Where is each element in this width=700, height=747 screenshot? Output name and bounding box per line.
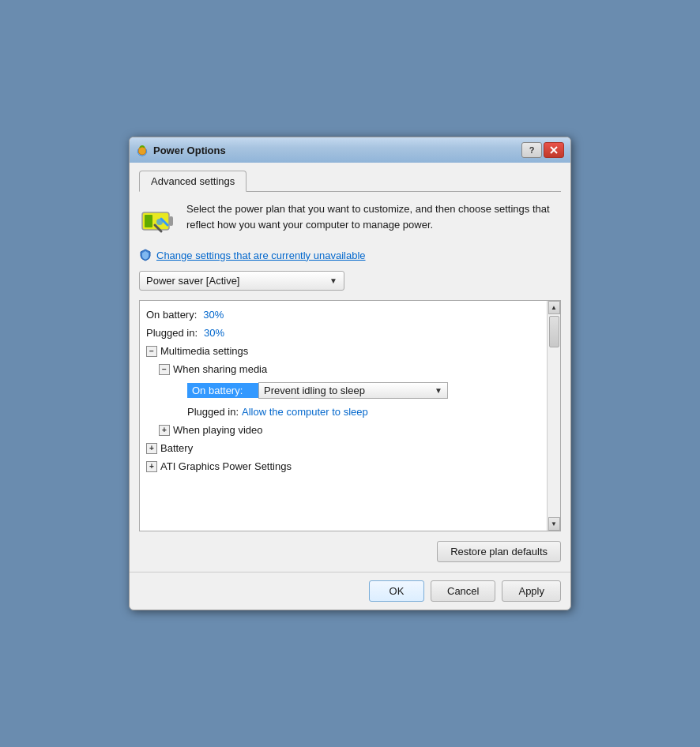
tab-advanced-settings[interactable]: Advanced settings — [139, 171, 247, 192]
power-icon-large — [139, 201, 177, 239]
tree-item-when-playing: + When playing video — [140, 421, 547, 439]
on-battery-label: On battery: — [146, 309, 197, 321]
ati-label: ATI Graphics Power Settings — [160, 460, 292, 472]
on-battery-dropdown-label: On battery: — [187, 383, 258, 398]
plugged-in-sub-value: Allow the computer to sleep — [242, 406, 368, 418]
ati-expander[interactable]: + — [146, 461, 157, 472]
plan-dropdown[interactable]: Power saver [Active] ▼ — [139, 271, 344, 291]
when-sharing-expander[interactable]: − — [159, 364, 170, 375]
tab-content: Select the power plan that you want to c… — [139, 201, 561, 562]
scrollbar-up-button[interactable]: ▲ — [548, 301, 560, 314]
title-bar-left: Power Options — [136, 144, 226, 156]
title-bar-buttons: ? — [521, 142, 564, 158]
svg-rect-5 — [145, 215, 152, 227]
dialog-body: Advanced settings Select the power — [130, 163, 570, 572]
apply-button[interactable]: Apply — [502, 580, 561, 602]
power-options-icon — [136, 144, 149, 156]
description-text: Select the power plan that you want to c… — [186, 201, 561, 232]
on-battery-dropdown[interactable]: Prevent idling to sleep ▼ — [258, 382, 448, 399]
settings-tree: On battery: 30% Plugged in: 30% — [140, 301, 547, 531]
description-area: Select the power plan that you want to c… — [139, 201, 561, 239]
tree-item-when-sharing: − When sharing media — [140, 360, 547, 378]
title-bar: Power Options ? — [130, 137, 570, 163]
help-button[interactable]: ? — [521, 142, 542, 158]
tree-item-ati: + ATI Graphics Power Settings — [140, 457, 547, 475]
tree-row-ati[interactable]: + ATI Graphics Power Settings — [140, 459, 547, 474]
plan-dropdown-text: Power saver [Active] — [146, 275, 240, 287]
restore-row: Restore plan defaults — [139, 541, 561, 562]
tree-item-plugged-in: Plugged in: 30% — [140, 324, 547, 342]
plan-dropdown-row: Power saver [Active] ▼ — [139, 271, 561, 291]
plugged-in-value: 30% — [204, 327, 224, 339]
dropdown-arrow-icon: ▼ — [329, 276, 337, 285]
tree-item-plugged-in-sub: Plugged in: Allow the computer to sleep — [140, 403, 547, 421]
tree-row-when-playing[interactable]: + When playing video — [140, 422, 547, 437]
svg-point-0 — [138, 147, 146, 155]
multimedia-expander[interactable]: − — [146, 346, 157, 357]
when-playing-expander[interactable]: + — [159, 425, 170, 436]
restore-plan-defaults-button[interactable]: Restore plan defaults — [437, 541, 561, 562]
when-sharing-label: When sharing media — [173, 363, 267, 375]
battery-expander[interactable]: + — [146, 443, 157, 454]
plugged-in-sub-row: Plugged in: Allow the computer to sleep — [140, 404, 547, 419]
plugged-in-label: Plugged in: — [146, 327, 198, 339]
tab-bar: Advanced settings — [139, 171, 561, 192]
tree-item-on-battery: On battery: 30% — [140, 306, 547, 324]
on-battery-dropdown-value: Prevent idling to sleep — [264, 385, 365, 396]
on-battery-dropdown-arrow-icon: ▼ — [435, 386, 442, 395]
tree-row-plugged-in: Plugged in: 30% — [140, 325, 547, 340]
settings-tree-wrapper: On battery: 30% Plugged in: 30% — [139, 300, 561, 531]
dialog-window: Power Options ? Advanced settings — [129, 137, 571, 610]
dialog-footer: OK Cancel Apply — [130, 572, 570, 610]
cancel-button[interactable]: Cancel — [431, 580, 495, 602]
plugged-in-sub-label: Plugged in: — [187, 406, 239, 418]
change-settings-link[interactable]: Change settings that are currently unava… — [139, 249, 561, 261]
tree-item-battery: + Battery — [140, 439, 547, 457]
tree-row-on-battery: On battery: 30% — [140, 307, 547, 322]
multimedia-label: Multimedia settings — [160, 345, 248, 357]
svg-point-8 — [156, 219, 163, 225]
battery-label: Battery — [160, 442, 193, 454]
tree-row-battery[interactable]: + Battery — [140, 441, 547, 456]
change-settings-text[interactable]: Change settings that are currently unava… — [156, 250, 366, 261]
window-title: Power Options — [153, 145, 226, 156]
close-button[interactable] — [544, 142, 564, 158]
tree-item-multimedia: − Multimedia settings — [140, 342, 547, 360]
scrollbar-thumb[interactable] — [549, 316, 559, 347]
ok-button[interactable]: OK — [369, 580, 424, 602]
tree-row-multimedia[interactable]: − Multimedia settings — [140, 343, 547, 358]
close-icon — [550, 146, 558, 154]
tree-row-when-sharing[interactable]: − When sharing media — [140, 362, 547, 377]
scrollbar-thumb-area — [548, 314, 560, 517]
scrollbar: ▲ ▼ — [547, 301, 560, 531]
shield-icon — [139, 249, 152, 261]
tree-item-on-battery-sub: On battery: Prevent idling to sleep ▼ — [140, 378, 547, 403]
on-battery-value: 30% — [203, 309, 224, 321]
inline-dropdown-row: On battery: Prevent idling to sleep ▼ — [140, 380, 547, 401]
when-playing-label: When playing video — [173, 424, 262, 436]
scrollbar-down-button[interactable]: ▼ — [548, 517, 560, 531]
svg-rect-4 — [169, 216, 173, 226]
